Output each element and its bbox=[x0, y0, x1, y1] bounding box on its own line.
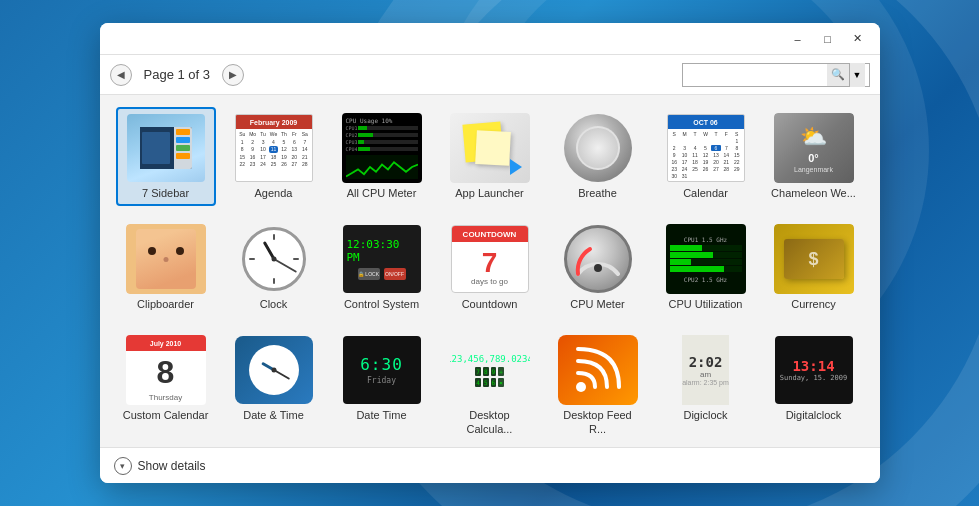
widget-icon-calendar: OCT 06 SMTWTFS 1 2345678 9101112131415 1… bbox=[666, 113, 746, 183]
widget-label-digiclock: Digiclock bbox=[683, 409, 727, 422]
widget-icon-datetime bbox=[234, 335, 314, 405]
widget-item-clipboarder[interactable]: Clipboarder bbox=[116, 218, 216, 317]
widget-icon-digitalclock: 13:14 Sunday, 15. 2009 bbox=[774, 335, 854, 405]
search-dropdown[interactable]: ▼ bbox=[849, 63, 865, 87]
widget-grid: 7 Sidebar February 2009 SuMoTuWeThFrSa 1… bbox=[116, 107, 864, 442]
widget-icon-clock bbox=[234, 224, 314, 294]
widget-icon-chameleon: ⛅ 0° Langenmark bbox=[774, 113, 854, 183]
widget-item-deskcalc[interactable]: 123,456,789.0234 7 8 9 ÷ 4 5 6 × D bbox=[440, 329, 540, 441]
maximize-button[interactable]: □ bbox=[814, 29, 842, 49]
widget-icon-allcpu: CPU Usage 10% CPU1 CPU2 CPU3 CPU4 bbox=[342, 113, 422, 183]
widget-label-customcal: Custom Calendar bbox=[123, 409, 209, 422]
page-label: Page 1 of 3 bbox=[144, 67, 211, 82]
widget-icon-datetime2: 6:30 Friday bbox=[342, 335, 422, 405]
widget-icon-deskcalc: 123,456,789.0234 7 8 9 ÷ 4 5 6 × bbox=[450, 335, 530, 405]
widget-item-digiclock[interactable]: 2:02 am alarm: 2:35 pm Digiclock bbox=[656, 329, 756, 441]
widget-label-countdown: Countdown bbox=[462, 298, 518, 311]
widget-label-calendar: Calendar bbox=[683, 187, 728, 200]
widget-item-countdown[interactable]: COUNTDOWN 7 days to go Countdown bbox=[440, 218, 540, 317]
widget-icon-digiclock: 2:02 am alarm: 2:35 pm bbox=[666, 335, 746, 405]
widget-label-datetime2: Date Time bbox=[356, 409, 406, 422]
widget-item-applauncher[interactable]: App Launcher bbox=[440, 107, 540, 206]
widget-label-chameleon: Chameleon We... bbox=[771, 187, 856, 200]
title-bar: – □ ✕ bbox=[100, 23, 880, 55]
show-details-label: Show details bbox=[138, 459, 206, 473]
footer: ▾ Show details bbox=[100, 447, 880, 483]
widget-label-applauncher: App Launcher bbox=[455, 187, 524, 200]
minimize-button[interactable]: – bbox=[784, 29, 812, 49]
svg-point-0 bbox=[576, 382, 586, 392]
search-box: 🔍 ▼ bbox=[682, 63, 870, 87]
widget-item-chameleon[interactable]: ⛅ 0° Langenmark Chameleon We... bbox=[764, 107, 864, 206]
widget-item-7sidebar[interactable]: 7 Sidebar bbox=[116, 107, 216, 206]
widget-label-cpumeter: CPU Meter bbox=[570, 298, 624, 311]
widget-label-deskfeed: Desktop Feed R... bbox=[554, 409, 642, 435]
widget-label-7sidebar: 7 Sidebar bbox=[142, 187, 189, 200]
show-details-button[interactable]: ▾ Show details bbox=[114, 457, 206, 475]
widget-label-currency: Currency bbox=[791, 298, 836, 311]
widget-icon-controlsystem: 12:03:30 PM 🔒 LOCK ON/OFF bbox=[342, 224, 422, 294]
widget-label-clipboarder: Clipboarder bbox=[137, 298, 194, 311]
widget-item-cpuutil[interactable]: CPU1 1.5 GHz CPU2 1.5 GHz CPU Utilizatio… bbox=[656, 218, 756, 317]
close-button[interactable]: ✕ bbox=[844, 29, 872, 49]
widget-icon-7sidebar bbox=[126, 113, 206, 183]
widget-item-deskfeed[interactable]: Desktop Feed R... bbox=[548, 329, 648, 441]
widget-icon-applauncher bbox=[450, 113, 530, 183]
chevron-icon: ▾ bbox=[114, 457, 132, 475]
widget-item-allcpu[interactable]: CPU Usage 10% CPU1 CPU2 CPU3 CPU4 All CP… bbox=[332, 107, 432, 206]
search-input[interactable] bbox=[687, 68, 827, 82]
widget-item-cpumeter[interactable]: CPU Meter bbox=[548, 218, 648, 317]
widget-item-currency[interactable]: $ Currency bbox=[764, 218, 864, 317]
widget-item-clock[interactable]: Clock bbox=[224, 218, 324, 317]
widget-item-agenda[interactable]: February 2009 SuMoTuWeThFrSa 1234567 891… bbox=[224, 107, 324, 206]
widget-label-clock: Clock bbox=[260, 298, 288, 311]
widget-icon-cpuutil: CPU1 1.5 GHz CPU2 1.5 GHz bbox=[666, 224, 746, 294]
widget-item-breathe[interactable]: Breathe bbox=[548, 107, 648, 206]
widget-icon-cpumeter bbox=[558, 224, 638, 294]
next-button[interactable]: ▶ bbox=[222, 64, 244, 86]
prev-button[interactable]: ◀ bbox=[110, 64, 132, 86]
widget-label-deskcalc: Desktop Calcula... bbox=[446, 409, 534, 435]
widget-label-cpuutil: CPU Utilization bbox=[669, 298, 743, 311]
widget-label-digitalclock: Digitalclock bbox=[786, 409, 842, 422]
widget-icon-customcal: July 2010 8 Thursday bbox=[126, 335, 206, 405]
widget-label-agenda: Agenda bbox=[255, 187, 293, 200]
widget-label-breathe: Breathe bbox=[578, 187, 617, 200]
window-controls: – □ ✕ bbox=[784, 29, 872, 49]
widget-icon-agenda: February 2009 SuMoTuWeThFrSa 1234567 891… bbox=[234, 113, 314, 183]
widget-label-controlsystem: Control System bbox=[344, 298, 419, 311]
search-button[interactable]: 🔍 bbox=[827, 64, 849, 86]
main-window: – □ ✕ ◀ Page 1 of 3 ▶ 🔍 ▼ bbox=[100, 23, 880, 483]
widget-item-digitalclock[interactable]: 13:14 Sunday, 15. 2009 Digitalclock bbox=[764, 329, 864, 441]
widget-icon-currency: $ bbox=[774, 224, 854, 294]
widget-icon-breathe bbox=[558, 113, 638, 183]
widget-label-datetime: Date & Time bbox=[243, 409, 304, 422]
widget-item-controlsystem[interactable]: 12:03:30 PM 🔒 LOCK ON/OFF Control System bbox=[332, 218, 432, 317]
widget-icon-deskfeed bbox=[558, 335, 638, 405]
widget-item-calendar[interactable]: OCT 06 SMTWTFS 1 2345678 9101112131415 1… bbox=[656, 107, 756, 206]
widget-icon-countdown: COUNTDOWN 7 days to go bbox=[450, 224, 530, 294]
toolbar: ◀ Page 1 of 3 ▶ 🔍 ▼ bbox=[100, 55, 880, 95]
widget-icon-clipboarder bbox=[126, 224, 206, 294]
widget-label-allcpu: All CPU Meter bbox=[347, 187, 417, 200]
widget-grid-container: 7 Sidebar February 2009 SuMoTuWeThFrSa 1… bbox=[100, 95, 880, 447]
widget-item-datetime[interactable]: Date & Time bbox=[224, 329, 324, 441]
widget-item-customcal[interactable]: July 2010 8 Thursday Custom Calendar bbox=[116, 329, 216, 441]
widget-item-datetime2[interactable]: 6:30 Friday Date Time bbox=[332, 329, 432, 441]
